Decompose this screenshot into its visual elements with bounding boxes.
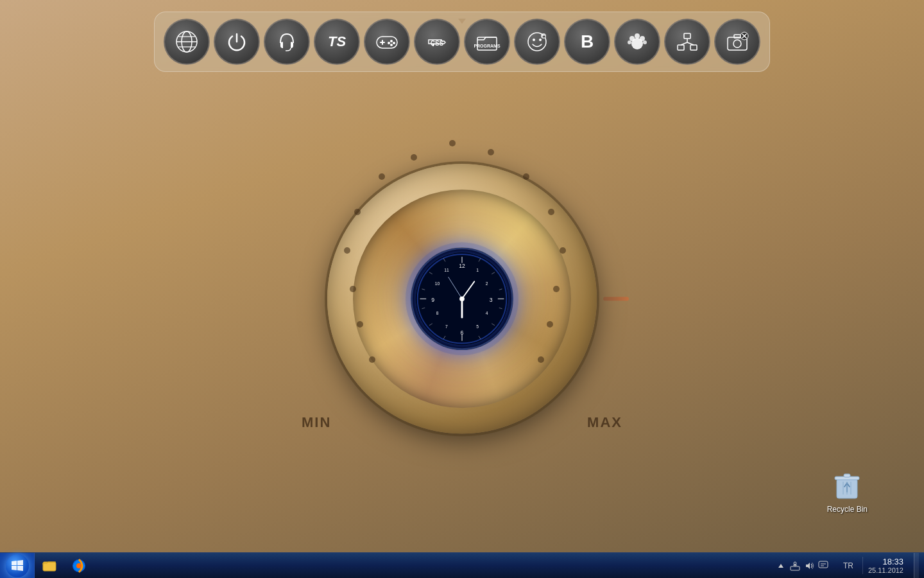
svg-text:8: 8 — [436, 311, 439, 315]
knob-indicator — [603, 297, 629, 301]
recycle-bin-label: Recycle Bin — [827, 505, 868, 514]
launcher-icon-power[interactable] — [214, 19, 260, 65]
launcher-icon-camera-x[interactable] — [714, 19, 760, 65]
launcher-arrow — [458, 19, 466, 24]
volume-tray-icon — [803, 560, 815, 572]
svg-rect-83 — [791, 566, 800, 570]
svg-point-25 — [628, 40, 631, 44]
svg-rect-27 — [684, 33, 690, 39]
svg-point-26 — [643, 40, 647, 44]
svg-rect-75 — [844, 474, 850, 477]
svg-text:10: 10 — [435, 281, 440, 286]
svg-point-23 — [635, 33, 640, 39]
svg-point-11 — [390, 44, 393, 46]
tray-volume-icon[interactable] — [803, 560, 815, 572]
svg-rect-29 — [690, 45, 697, 50]
svg-text:PROGRAMS: PROGRAMS — [474, 44, 501, 48]
svg-marker-82 — [778, 564, 783, 568]
explorer-icon — [42, 558, 57, 574]
knob-widget: 12 3 6 9 1 2 4 5 7 8 10 11 — [302, 164, 622, 431]
svg-point-24 — [640, 36, 645, 41]
windows-logo-icon — [10, 559, 24, 573]
knob-inner: 12 3 6 9 1 2 4 5 7 8 10 11 — [353, 189, 571, 408]
svg-text:11: 11 — [444, 268, 449, 272]
taskbar-explorer[interactable] — [35, 553, 64, 579]
start-button[interactable] — [0, 553, 35, 579]
svg-text:9: 9 — [431, 297, 434, 303]
knob-outer-ring[interactable]: 12 3 6 9 1 2 4 5 7 8 10 11 — [327, 164, 597, 434]
svg-point-22 — [629, 36, 635, 41]
svg-text:6: 6 — [461, 329, 464, 336]
svg-point-17 — [533, 39, 535, 41]
svg-line-31 — [681, 42, 687, 45]
launcher-icon-programs[interactable]: PROGRAMS — [464, 19, 510, 65]
recycle-bin[interactable]: Recycle Bin — [827, 469, 868, 514]
clock-face: 12 3 6 9 1 2 4 5 7 8 10 11 — [411, 247, 513, 350]
launcher-icon-globe[interactable] — [164, 19, 210, 65]
launcher-icon-paw[interactable] — [614, 19, 660, 65]
desktop: TS CSS — [0, 0, 924, 552]
svg-point-10 — [388, 42, 390, 44]
svg-point-18 — [539, 39, 542, 41]
launcher-icon-bold-b[interactable]: B — [564, 19, 610, 65]
launcher-icon-cs[interactable]: CSS — [414, 19, 460, 65]
launcher-bar: TS CSS — [154, 12, 770, 72]
taskbar-firefox[interactable] — [65, 553, 93, 579]
firefox-icon — [71, 557, 87, 574]
svg-point-8 — [390, 40, 393, 42]
svg-line-32 — [687, 42, 694, 45]
start-orb — [6, 554, 29, 577]
launcher-icon-ts[interactable]: TS — [314, 19, 360, 65]
svg-rect-13 — [432, 44, 434, 46]
clock-date: 25.11.2012 — [868, 566, 903, 574]
tray-expand-button[interactable] — [775, 560, 787, 572]
svg-rect-35 — [734, 35, 740, 38]
svg-text:12: 12 — [459, 263, 465, 269]
svg-text:5: 5 — [476, 324, 479, 329]
show-desktop-button[interactable] — [914, 553, 919, 579]
svg-point-72 — [459, 296, 465, 301]
svg-text:2: 2 — [486, 281, 488, 286]
sys-tray — [770, 553, 834, 579]
svg-point-9 — [393, 42, 395, 44]
svg-text:4: 4 — [486, 311, 488, 315]
tray-network-icon[interactable] — [789, 560, 801, 572]
launcher-icon-network[interactable] — [664, 19, 710, 65]
launcher-icon-smiley[interactable]: ★ — [514, 19, 560, 65]
launcher-icon-gamepad[interactable] — [364, 19, 410, 65]
svg-point-81 — [76, 563, 81, 568]
svg-point-34 — [733, 40, 741, 48]
taskbar-right: TR 18:33 25.11.2012 — [770, 553, 924, 579]
expand-tray-icon — [776, 561, 785, 570]
launcher-icon-headset[interactable] — [264, 19, 310, 65]
lang-indicator: TR — [839, 561, 857, 570]
action-center-icon — [817, 560, 829, 572]
svg-rect-28 — [678, 45, 684, 50]
tray-action-center-icon[interactable] — [817, 560, 829, 572]
clock-taskbar[interactable]: 18:33 25.11.2012 — [862, 557, 909, 574]
network-tray-icon — [789, 560, 801, 572]
recycle-bin-icon — [832, 469, 862, 502]
svg-text:3: 3 — [490, 297, 493, 303]
svg-text:7: 7 — [445, 324, 448, 329]
svg-rect-87 — [819, 561, 828, 568]
taskbar: TR 18:33 25.11.2012 — [0, 552, 924, 578]
svg-text:1: 1 — [476, 268, 479, 272]
clock-time: 18:33 — [882, 557, 903, 566]
